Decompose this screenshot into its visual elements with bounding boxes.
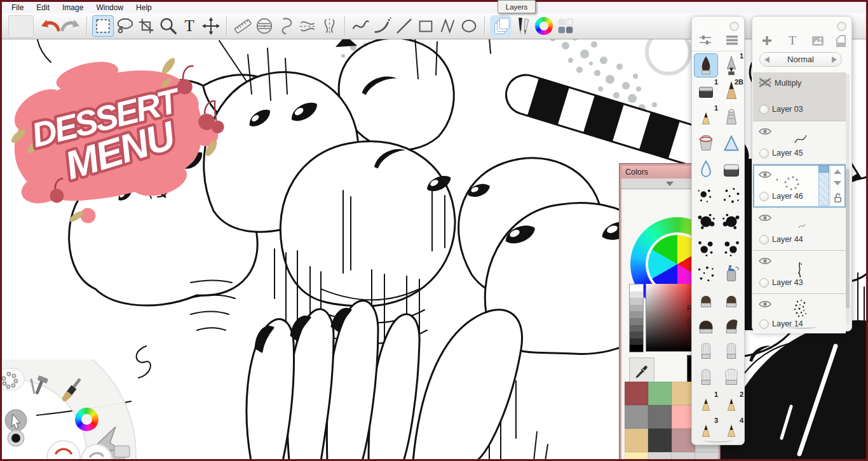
color-swatch[interactable] bbox=[648, 382, 672, 405]
eyedropper-button[interactable] bbox=[629, 357, 654, 383]
rect-select-tool[interactable] bbox=[92, 15, 114, 37]
layer-row-layer43[interactable]: Layer 43 bbox=[753, 251, 846, 294]
opacity-slider-handle[interactable] bbox=[818, 166, 829, 173]
panel-resize-handle[interactable] bbox=[787, 324, 817, 329]
stroke-taper-tool[interactable] bbox=[372, 15, 393, 37]
layer-active-radio[interactable] bbox=[759, 192, 769, 201]
add-layer-button[interactable] bbox=[757, 33, 776, 48]
brush-item-splatter-large-2[interactable] bbox=[719, 210, 743, 234]
layer-active-radio[interactable] bbox=[759, 149, 769, 158]
brush-item-fill-bucket[interactable] bbox=[694, 131, 718, 156]
brush-item-water-drop[interactable] bbox=[694, 157, 718, 182]
brush-item-small-pencil[interactable]: 1 bbox=[694, 105, 718, 130]
symmetry-y-tool[interactable] bbox=[318, 15, 340, 37]
color-swatch[interactable] bbox=[625, 382, 648, 405]
brush-item-big-brush[interactable] bbox=[694, 314, 718, 338]
menu-image[interactable]: Image bbox=[56, 3, 90, 13]
visibility-eye-icon[interactable] bbox=[758, 213, 772, 224]
brush-item-pencil-2b[interactable]: 2B bbox=[719, 79, 743, 104]
color-swatch[interactable] bbox=[625, 429, 648, 452]
move-tool[interactable] bbox=[200, 15, 222, 37]
chevron-right-icon[interactable] bbox=[832, 57, 837, 63]
brush-item-splatter-medium-2[interactable] bbox=[719, 236, 743, 260]
lagoon-select-button[interactable] bbox=[5, 410, 27, 431]
lagoon-color-dot-button[interactable] bbox=[8, 430, 24, 446]
text-tool[interactable]: T bbox=[179, 15, 200, 37]
brush-item-splatter-medium[interactable] bbox=[694, 236, 718, 260]
brush-item-paintbrush[interactable] bbox=[694, 53, 718, 77]
menu-help[interactable]: Help bbox=[130, 3, 158, 13]
brush-item-pencil-1[interactable]: 1 bbox=[694, 392, 718, 416]
crop-tool[interactable] bbox=[135, 15, 157, 37]
brush-item-round-brush-2[interactable] bbox=[719, 288, 743, 312]
stroke-rect-tool[interactable] bbox=[415, 15, 437, 37]
layers-panel-toggle[interactable] bbox=[490, 15, 512, 37]
redo-button[interactable] bbox=[60, 15, 82, 37]
color-wheel-toggle[interactable] bbox=[533, 15, 555, 37]
layer-active-radio[interactable] bbox=[759, 235, 769, 244]
layer-opacity-slider[interactable] bbox=[818, 166, 829, 206]
brush-settings-icon[interactable] bbox=[698, 34, 712, 46]
menu-edit[interactable]: Edit bbox=[30, 3, 56, 13]
layer-row-layer44[interactable]: Layer 44 bbox=[753, 208, 846, 251]
stroke-ellipse-tool[interactable] bbox=[458, 15, 480, 37]
brush-list-icon[interactable] bbox=[725, 34, 739, 46]
lock-open-icon[interactable] bbox=[833, 192, 842, 203]
layer-mask-button[interactable] bbox=[831, 33, 850, 48]
scrollbar-thumb[interactable] bbox=[846, 169, 850, 309]
brush-item-speckle[interactable] bbox=[694, 262, 718, 286]
lasso-tool[interactable] bbox=[114, 15, 135, 37]
symmetry-x-tool[interactable] bbox=[297, 15, 318, 37]
lagoon-undo-puck[interactable] bbox=[47, 441, 80, 461]
brush-item-dots-sparse[interactable] bbox=[719, 184, 743, 208]
brush-item-chisel[interactable] bbox=[694, 340, 718, 364]
undo-button[interactable] bbox=[39, 15, 60, 37]
brush-item-splatter-large[interactable] bbox=[694, 210, 718, 234]
layer-row-layer45[interactable]: Layer 45 bbox=[753, 121, 846, 164]
menu-window[interactable]: Window bbox=[90, 3, 130, 13]
brush-item-pencil-2[interactable]: 2 bbox=[719, 392, 743, 416]
layer-active-radio[interactable] bbox=[759, 319, 769, 329]
zoom-tool[interactable] bbox=[157, 15, 179, 37]
stroke-line-tool[interactable] bbox=[393, 15, 415, 37]
visibility-eye-icon[interactable] bbox=[758, 126, 772, 138]
visibility-hidden-icon[interactable] bbox=[758, 77, 772, 89]
menu-file[interactable]: File bbox=[5, 3, 30, 13]
stroke-polyline-tool[interactable] bbox=[437, 15, 458, 37]
brush-item-ballpoint[interactable]: 1 bbox=[719, 53, 743, 77]
stroke-wavy-tool[interactable] bbox=[350, 15, 372, 37]
swatches-toggle[interactable] bbox=[555, 15, 576, 37]
layers-scrollbar[interactable] bbox=[846, 74, 850, 324]
grayscale-ramp[interactable] bbox=[629, 284, 644, 352]
move-layer-down-icon[interactable] bbox=[834, 181, 841, 185]
brush-item-eraser[interactable]: 1 bbox=[694, 79, 718, 104]
lagoon-puck[interactable] bbox=[0, 368, 24, 390]
brush-item-airbrush[interactable] bbox=[719, 105, 743, 130]
blend-mode-selector[interactable]: Normal bbox=[759, 52, 842, 67]
ruler-tool[interactable] bbox=[232, 15, 254, 37]
brush-item-chisel-2[interactable] bbox=[719, 340, 743, 364]
import-image-button[interactable] bbox=[808, 33, 827, 48]
layer-active-radio[interactable] bbox=[759, 105, 769, 114]
panel-resize-handle[interactable] bbox=[703, 438, 733, 443]
brush-item-flat-eraser[interactable] bbox=[719, 157, 743, 182]
ellipse-guide-tool[interactable] bbox=[254, 15, 275, 37]
lagoon-color-wheel-icon[interactable] bbox=[75, 408, 98, 431]
color-swatch[interactable] bbox=[648, 429, 672, 452]
visibility-eye-icon[interactable] bbox=[758, 299, 772, 311]
layer-row-layer46[interactable]: Layer 46 bbox=[753, 164, 846, 208]
chevron-left-icon[interactable] bbox=[764, 57, 770, 63]
add-text-layer-button[interactable]: T bbox=[783, 33, 802, 48]
layer-row-layer03[interactable]: Multiply Layer 03 bbox=[753, 72, 846, 121]
layer-active-radio[interactable] bbox=[759, 278, 769, 288]
brush-item-splatter-spray[interactable] bbox=[694, 184, 718, 208]
panel-grip-icon[interactable] bbox=[837, 22, 846, 31]
brush-item-spray-can[interactable] bbox=[719, 262, 743, 286]
visibility-eye-icon[interactable] bbox=[758, 256, 772, 267]
brush-item-chisel-wide[interactable] bbox=[719, 366, 743, 390]
brush-item-smear[interactable] bbox=[719, 131, 743, 156]
french-curve-tool[interactable] bbox=[275, 15, 297, 37]
brush-item-round-brush[interactable] bbox=[694, 288, 718, 312]
brush-palette-toggle[interactable] bbox=[512, 15, 533, 37]
color-swatch[interactable] bbox=[625, 405, 648, 429]
